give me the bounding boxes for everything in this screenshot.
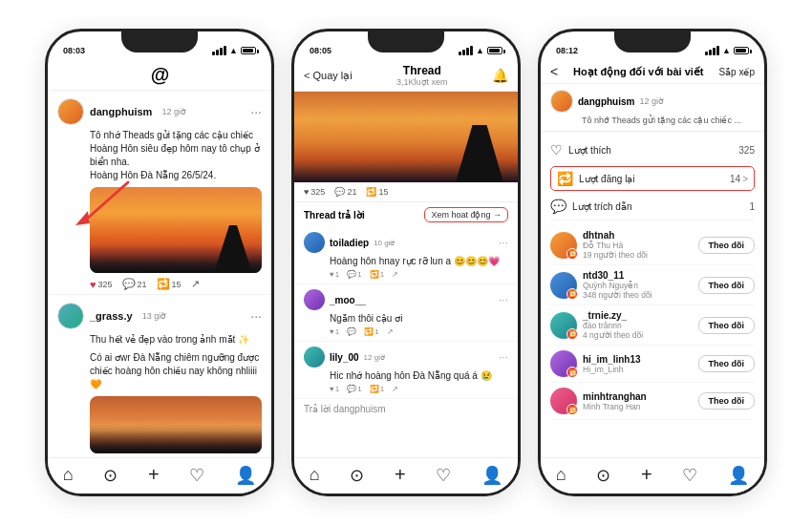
- thread-header: < Quay lại Thread 3,1Kluợt xem 🔔: [294, 60, 518, 92]
- status-icons-3: ▲: [705, 46, 749, 55]
- user-name-1: ntd30_11: [583, 270, 693, 281]
- reply-username-0: toiladiep: [330, 238, 369, 248]
- activity-header: < Hoạt động đối với bài viết Sắp xếp: [541, 60, 764, 84]
- activity-sections: ♡ Lượt thích 325 🔁 Lượt đăng lại 14 >: [541, 132, 764, 225]
- activity-title: Hoạt động đối với bài viết: [558, 66, 718, 78]
- nav-search-3[interactable]: ⊙: [596, 465, 610, 486]
- user-subname-2: đào trânnn: [583, 321, 693, 330]
- user-subname-3: Hi_im_Linh: [583, 365, 693, 374]
- reply-share-1[interactable]: 🔁 1: [364, 327, 378, 336]
- back-button-3[interactable]: <: [550, 64, 558, 79]
- user-avatar-2: 🔁: [550, 312, 577, 339]
- stat-shares: 🔁15: [366, 187, 388, 197]
- back-button[interactable]: < Quay lại: [304, 70, 353, 82]
- user-subname-4: Minh Trang Han: [583, 402, 693, 411]
- user-info-4: minhtranghan Minh Trang Han: [583, 391, 693, 411]
- post-username-1: dangphuism: [90, 106, 152, 117]
- activity-user-list: 🔁 dhtnah Đỗ Thu Hà 19 người theo dõi The…: [541, 225, 764, 420]
- nav-profile-1[interactable]: 👤: [235, 465, 256, 486]
- repost-chevron: >: [742, 174, 748, 184]
- reply-more-2[interactable]: ···: [499, 350, 508, 364]
- screen-content-3: < Hoạt động đối với bài viết Sắp xếp dan…: [541, 60, 764, 457]
- activity-reposts[interactable]: 🔁 Lượt đăng lại 14 >: [550, 166, 755, 191]
- nav-profile-2[interactable]: 👤: [481, 465, 502, 486]
- follow-button-4[interactable]: Theo dõi: [698, 392, 756, 410]
- reply-fwd-1[interactable]: ↗: [387, 327, 394, 336]
- phone-3: 08:12 ▲ < Hoạt động đối với bài viết Sắp…: [538, 29, 767, 496]
- nav-heart-1[interactable]: ♡: [189, 465, 204, 486]
- post-actions-1: ♥ 325 💬 21 🔁 15 ↗: [90, 278, 262, 290]
- post-more-1[interactable]: ···: [250, 104, 262, 119]
- xem-hoat-dong-button[interactable]: Xem hoat động →: [424, 207, 508, 222]
- reply-comment-2[interactable]: 💬 1: [347, 385, 361, 393]
- forward-1[interactable]: ↗: [191, 278, 200, 290]
- user-badge-4: 🔁: [566, 404, 578, 415]
- user-subname-0: Đỗ Thu Hà: [583, 241, 693, 250]
- activity-post-avatar: [550, 90, 573, 113]
- post-text-1: Tô nhớ Theads gửi tặng các cậu chiếc Hoà…: [90, 129, 262, 182]
- user-name-3: hi_im_linh13: [583, 354, 693, 365]
- phone-notch-1: [121, 32, 198, 52]
- phone-notch-2: [368, 32, 444, 52]
- user-badge-3: 🔁: [566, 367, 578, 378]
- nav-add-3[interactable]: +: [641, 464, 652, 486]
- nav-home-2[interactable]: ⌂: [310, 465, 320, 485]
- signal-icon-3: [705, 46, 719, 55]
- sort-button[interactable]: Sắp xếp: [718, 67, 755, 77]
- reply-footer[interactable]: Trả lời dangphuism: [294, 399, 518, 419]
- bottom-nav-1: ⌂ ⊙ + ♡ 👤: [48, 457, 271, 494]
- reply-like-1[interactable]: ♥ 1: [330, 327, 339, 336]
- status-time-1: 08:03: [63, 46, 85, 55]
- reply-username-1: _moo__: [330, 295, 366, 305]
- nav-home-1[interactable]: ⌂: [63, 465, 74, 485]
- like-count-1[interactable]: ♥ 325: [90, 279, 113, 290]
- nav-add-1[interactable]: +: [148, 464, 160, 486]
- bottom-nav-3: ⌂ ⊙ + ♡ 👤: [541, 457, 764, 494]
- activity-quotes[interactable]: 💬 Lượt trích dẫn 1: [550, 193, 755, 220]
- reply-more-1[interactable]: ···: [499, 293, 508, 306]
- user-avatar-4: 🔁: [550, 388, 577, 414]
- post-more-2[interactable]: ···: [250, 308, 262, 324]
- screen-content-2: < Quay lại Thread 3,1Kluợt xem 🔔 ♥325 💬2…: [294, 60, 518, 457]
- thread-subtitle: 3,1Kluợt xem: [396, 77, 448, 87]
- reply-share-0[interactable]: 🔁 1: [370, 270, 384, 279]
- reply-actions-1: ♥ 1 💬 🔁 1 ↗: [330, 327, 508, 336]
- follow-button-0[interactable]: Theo dõi: [698, 237, 756, 254]
- reply-item-2: lily_00 12 giờ ··· Hic nhớ hoàng hôn Đà …: [294, 342, 518, 399]
- screen-content-1: @ dangphuism 12 giờ ··· Tô nhớ Theads gử…: [48, 60, 271, 457]
- activity-post-username: dangphuism: [578, 96, 634, 107]
- share-count-1[interactable]: 🔁 15: [157, 278, 182, 290]
- nav-profile-3[interactable]: 👤: [728, 465, 749, 486]
- reply-more-0[interactable]: ···: [499, 236, 508, 249]
- reply-share-2[interactable]: 🔁 1: [370, 385, 384, 393]
- reply-like-0[interactable]: ♥ 1: [330, 270, 339, 279]
- reply-fwd-2[interactable]: ↗: [392, 385, 398, 393]
- nav-search-2[interactable]: ⊙: [350, 465, 364, 486]
- phone-2: 08:05 ▲ < Quay lại Thread 3,1Kluợt xem 🔔: [291, 29, 521, 496]
- reply-avatar-2: [304, 346, 325, 368]
- reply-comment-0[interactable]: 💬 1: [347, 270, 361, 279]
- post-subtext-2: Có ai ơwr Đà Nẵng chiêm ngưỡng được chiế…: [90, 351, 262, 391]
- reply-fwd-0[interactable]: ↗: [392, 270, 398, 279]
- follow-button-3[interactable]: Theo dõi: [698, 355, 756, 372]
- follow-button-2[interactable]: Theo dõi: [698, 317, 756, 334]
- activity-likes[interactable]: ♡ Lượt thích 325: [550, 136, 755, 164]
- activity-post-preview: dangphuism 12 giờ Tô nhớ Theads gửi tặng…: [541, 84, 764, 132]
- user-avatar-1: 🔁: [550, 272, 577, 299]
- status-time-2: 08:05: [310, 46, 331, 55]
- bell-icon[interactable]: 🔔: [492, 68, 508, 83]
- nav-heart-3[interactable]: ♡: [682, 465, 697, 486]
- user-info-2: _trnie.zy_ đào trânnn 4 người theo dõi: [583, 310, 693, 340]
- wifi-icon-1: ▲: [229, 46, 238, 55]
- reply-like-2[interactable]: ♥ 1: [330, 385, 339, 393]
- quote-icon: 💬: [550, 199, 566, 214]
- nav-add-2[interactable]: +: [395, 464, 406, 486]
- reply-comment-1[interactable]: 💬: [347, 327, 356, 336]
- comment-count-1[interactable]: 💬 21: [122, 278, 147, 290]
- nav-home-3[interactable]: ⌂: [556, 465, 566, 485]
- nav-heart-2[interactable]: ♡: [436, 465, 451, 486]
- nav-search-1[interactable]: ⊙: [103, 465, 118, 486]
- follow-button-1[interactable]: Theo dõi: [698, 277, 756, 294]
- post-header-1: dangphuism 12 giờ ···: [57, 98, 262, 125]
- replies-list: toiladiep 10 giờ ··· Hoàng hôn hnay rực …: [294, 227, 518, 457]
